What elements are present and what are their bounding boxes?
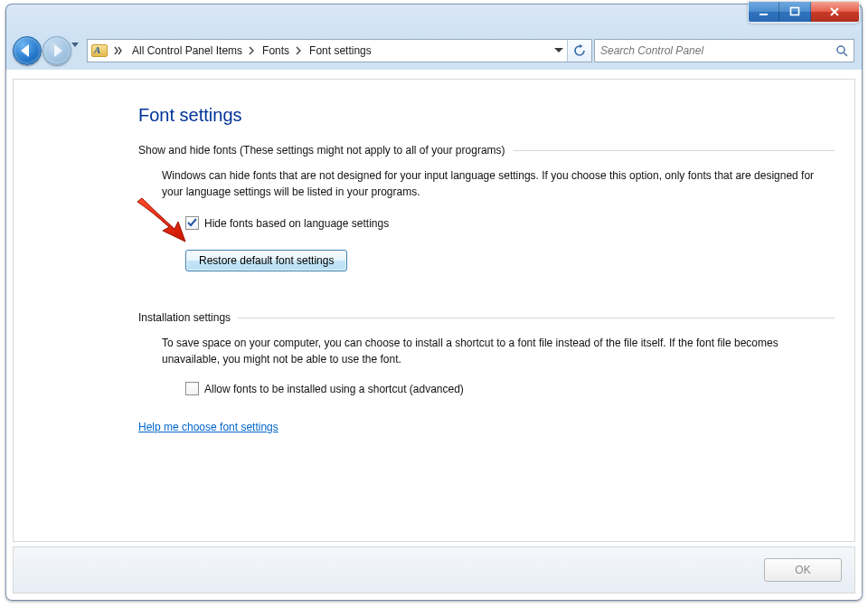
breadcrumb-item-fonts[interactable]: Fonts bbox=[259, 44, 293, 57]
window-controls bbox=[748, 2, 860, 24]
hide-fonts-checkbox-label[interactable]: Hide fonts based on language settings bbox=[204, 217, 389, 230]
restore-default-button[interactable]: Restore default font settings bbox=[185, 250, 347, 271]
help-link[interactable]: Help me choose font settings bbox=[138, 421, 278, 433]
svg-point-4 bbox=[837, 46, 844, 53]
content-pane: Font settings Show and hide fonts (These… bbox=[13, 79, 855, 542]
group-show-hide-header: Show and hide fonts (These settings migh… bbox=[138, 144, 835, 157]
back-button[interactable] bbox=[13, 36, 42, 65]
nav-bar: All Control Panel Items Fonts Font setti… bbox=[6, 32, 862, 68]
close-button[interactable] bbox=[811, 2, 859, 22]
group-show-hide-desc: Windows can hide fonts that are not desi… bbox=[138, 167, 835, 200]
breadcrumb-item-control-panel[interactable]: All Control Panel Items bbox=[128, 44, 246, 57]
page-title: Font settings bbox=[138, 105, 835, 126]
shortcut-install-checkbox[interactable] bbox=[185, 382, 199, 395]
address-dropdown-icon[interactable] bbox=[550, 40, 567, 62]
title-bar[interactable] bbox=[6, 5, 862, 32]
group-install-legend: Installation settings bbox=[138, 311, 238, 324]
shortcut-install-checkbox-label[interactable]: Allow fonts to be installed using a shor… bbox=[204, 383, 464, 395]
chevron-right-icon[interactable] bbox=[246, 40, 259, 62]
forward-button[interactable] bbox=[42, 36, 71, 65]
svg-rect-1 bbox=[791, 8, 799, 15]
svg-line-5 bbox=[844, 52, 847, 56]
breadcrumb-item-font-settings[interactable]: Font settings bbox=[306, 44, 375, 57]
minimize-button[interactable] bbox=[749, 2, 779, 22]
breadcrumb-overflow-icon[interactable] bbox=[114, 40, 128, 62]
chevron-right-icon[interactable] bbox=[293, 40, 306, 62]
ok-button[interactable]: OK bbox=[764, 558, 842, 582]
command-bar: OK bbox=[13, 546, 855, 594]
search-icon[interactable] bbox=[830, 40, 854, 62]
group-install-header: Installation settings bbox=[138, 311, 835, 324]
group-install-desc: To save space on your computer, you can … bbox=[138, 335, 835, 367]
refresh-button[interactable] bbox=[567, 40, 591, 62]
group-show-hide-legend: Show and hide fonts (These settings migh… bbox=[138, 144, 513, 157]
search-box[interactable] bbox=[594, 39, 854, 62]
address-bar[interactable]: All Control Panel Items Fonts Font setti… bbox=[87, 39, 592, 62]
history-dropdown-icon[interactable] bbox=[71, 43, 79, 47]
explorer-window: All Control Panel Items Fonts Font setti… bbox=[5, 4, 863, 601]
refresh-icon bbox=[573, 44, 586, 57]
search-input[interactable] bbox=[595, 44, 830, 57]
hide-fonts-checkbox[interactable] bbox=[185, 216, 199, 230]
maximize-button[interactable] bbox=[779, 2, 810, 22]
svg-rect-0 bbox=[760, 14, 768, 15]
check-icon bbox=[187, 218, 197, 228]
fonts-folder-icon bbox=[90, 43, 109, 59]
